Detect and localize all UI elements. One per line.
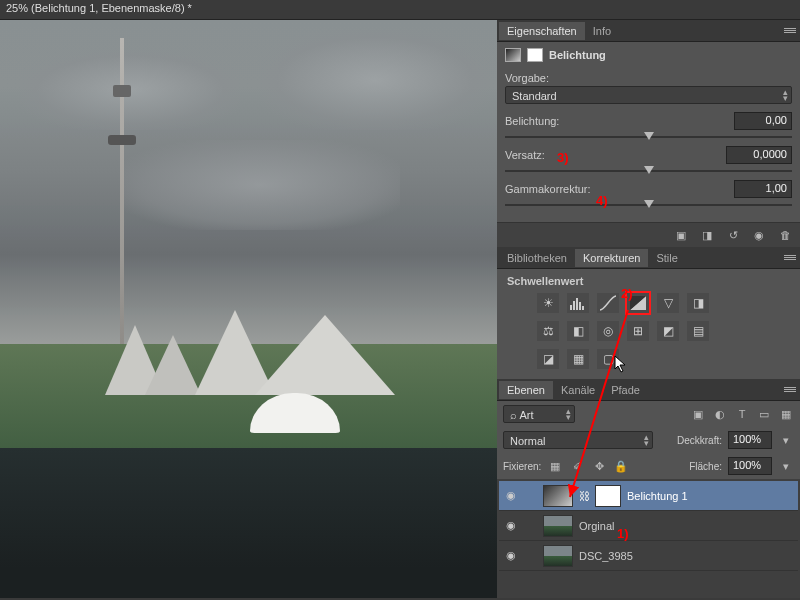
fill-label: Fläche: <box>689 461 722 472</box>
photo-filter-icon[interactable]: ◎ <box>597 321 619 341</box>
properties-panel-tabs: Eigenschaften Info <box>497 20 800 42</box>
visibility-toggle-icon[interactable]: ◉ <box>503 489 519 502</box>
opacity-value[interactable]: 100% <box>728 431 772 449</box>
annotation-3: 3) <box>557 150 569 165</box>
threshold-icon[interactable]: ◪ <box>537 349 559 369</box>
trash-icon[interactable]: 🗑 <box>776 227 794 243</box>
layer-list: ◉ ⛓ Belichtung 1 ◉ Orginal ◉ <box>497 479 800 598</box>
exposure-value[interactable]: 0,00 <box>734 112 792 130</box>
properties-footer: ▣ ◨ ↺ ◉ 🗑 <box>497 222 800 247</box>
panel-menu-icon[interactable] <box>784 24 796 36</box>
filter-shape-icon[interactable]: ▭ <box>756 407 772 421</box>
link-mask-icon[interactable]: ⛓ <box>579 490 589 502</box>
fill-value[interactable]: 100% <box>728 457 772 475</box>
tab-paths[interactable]: Pfade <box>603 381 648 399</box>
lock-label: Fixieren: <box>503 461 541 472</box>
tab-layers[interactable]: Ebenen <box>499 381 553 399</box>
panel-menu-icon[interactable] <box>784 251 796 263</box>
document-title-bar: 25% (Belichtung 1, Ebenenmaske/8) * <box>0 0 800 20</box>
hue-saturation-icon[interactable]: ◨ <box>687 293 709 313</box>
visibility-toggle-icon[interactable]: ◉ <box>503 519 519 532</box>
tab-properties[interactable]: Eigenschaften <box>499 22 585 40</box>
preset-label: Vorgabe: <box>505 72 792 84</box>
filter-type-icon[interactable]: T <box>734 407 750 421</box>
tab-info[interactable]: Info <box>585 22 619 40</box>
properties-title: Belichtung <box>549 49 606 61</box>
color-balance-icon[interactable]: ⚖ <box>537 321 559 341</box>
layer-name[interactable]: DSC_3985 <box>579 550 633 562</box>
exposure-slider[interactable] <box>505 136 792 138</box>
opacity-label: Deckkraft: <box>677 435 722 446</box>
lock-image-icon[interactable]: ✐ <box>569 459 585 473</box>
layer-row[interactable]: ◉ ⛓ Belichtung 1 <box>499 481 798 511</box>
invert-icon[interactable]: ◩ <box>657 321 679 341</box>
filter-smart-icon[interactable]: ▦ <box>778 407 794 421</box>
visibility-toggle-icon[interactable]: ◉ <box>503 549 519 562</box>
layer-row[interactable]: ◉ DSC_3985 <box>499 541 798 571</box>
curves-icon[interactable] <box>597 293 619 313</box>
view-previous-icon[interactable]: ◨ <box>698 227 716 243</box>
levels-icon[interactable] <box>567 293 589 313</box>
lock-all-icon[interactable]: 🔒 <box>613 459 629 473</box>
gamma-label: Gammakorrektur: <box>505 183 734 195</box>
properties-panel: Belichtung Vorgabe: Standard▴▾ Belichtun… <box>497 42 800 222</box>
vibrance-icon[interactable]: ▽ <box>657 293 679 313</box>
adjustment-hover-name: Schwellenwert <box>507 275 790 287</box>
offset-slider[interactable] <box>505 170 792 172</box>
reset-icon[interactable]: ↺ <box>724 227 742 243</box>
layer-name[interactable]: Belichtung 1 <box>627 490 688 502</box>
layer-thumbnail[interactable] <box>543 515 573 537</box>
lock-position-icon[interactable]: ✥ <box>591 459 607 473</box>
gamma-value[interactable]: 1,00 <box>734 180 792 198</box>
annotation-4: 4) <box>596 193 608 208</box>
exposure-label: Belichtung: <box>505 115 734 127</box>
lock-transparent-icon[interactable]: ▦ <box>547 459 563 473</box>
clip-to-layer-icon[interactable]: ▣ <box>672 227 690 243</box>
mask-icon[interactable] <box>527 48 543 62</box>
canvas[interactable] <box>0 20 497 598</box>
document-image <box>0 20 497 598</box>
layers-panel: ⌕ Art▴▾ ▣ ◐ T ▭ ▦ Normal▴▾ Deckkraft: 10… <box>497 401 800 598</box>
offset-value[interactable]: 0,0000 <box>726 146 792 164</box>
tab-adjustments[interactable]: Korrekturen <box>575 249 648 267</box>
tab-libraries[interactable]: Bibliotheken <box>499 249 575 267</box>
annotation-2: 2) <box>621 286 633 301</box>
blend-mode-dropdown[interactable]: Normal▴▾ <box>503 431 653 449</box>
annotation-1: 1) <box>617 526 629 541</box>
fill-dropdown-icon[interactable]: ▾ <box>778 459 794 473</box>
filter-adjustment-icon[interactable]: ◐ <box>712 407 728 421</box>
adjustments-panel: Schwellenwert ☀ ▽ ◨ ⚖ ◧ ◎ ⊞ ◩ ▤ ◪ ▦ ▢ <box>497 269 800 379</box>
opacity-dropdown-icon[interactable]: ▾ <box>778 433 794 447</box>
tab-styles[interactable]: Stile <box>648 249 685 267</box>
posterize-icon[interactable]: ▤ <box>687 321 709 341</box>
offset-label: Versatz: <box>505 149 726 161</box>
layer-mask-thumbnail[interactable] <box>595 485 621 507</box>
gamma-slider[interactable] <box>505 204 792 206</box>
brightness-contrast-icon[interactable]: ☀ <box>537 293 559 313</box>
tab-channels[interactable]: Kanäle <box>553 381 603 399</box>
layer-row[interactable]: ◉ Orginal <box>499 511 798 541</box>
black-white-icon[interactable]: ◧ <box>567 321 589 341</box>
svg-rect-0 <box>570 305 572 310</box>
preset-dropdown[interactable]: Standard▴▾ <box>505 86 792 104</box>
svg-rect-2 <box>576 298 578 310</box>
channel-mixer-icon[interactable]: ⊞ <box>627 321 649 341</box>
svg-rect-1 <box>573 301 575 310</box>
layer-thumbnail[interactable] <box>543 545 573 567</box>
layer-name[interactable]: Orginal <box>579 520 614 532</box>
adjustments-panel-tabs: Bibliotheken Korrekturen Stile <box>497 247 800 269</box>
layer-filter-dropdown[interactable]: ⌕ Art▴▾ <box>503 405 575 423</box>
filter-pixel-icon[interactable]: ▣ <box>690 407 706 421</box>
exposure-adjustment-icon <box>505 48 521 62</box>
svg-rect-3 <box>579 302 581 310</box>
selective-color-icon[interactable]: ▢ <box>597 349 619 369</box>
svg-rect-4 <box>582 306 584 310</box>
adjustment-thumbnail[interactable] <box>543 485 573 507</box>
gradient-map-icon[interactable]: ▦ <box>567 349 589 369</box>
layers-panel-tabs: Ebenen Kanäle Pfade <box>497 379 800 401</box>
panel-menu-icon[interactable] <box>784 383 796 395</box>
visibility-icon[interactable]: ◉ <box>750 227 768 243</box>
